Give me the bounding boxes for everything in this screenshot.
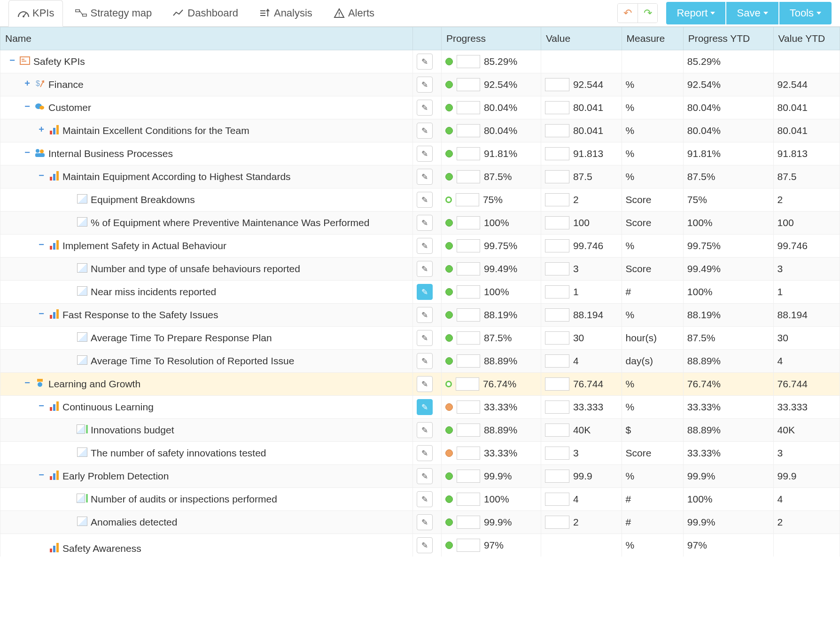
table-row[interactable]: Number and type of unsafe behaviours rep… <box>0 258 840 281</box>
table-row[interactable]: −Fast Response to the Safety Issues✎88.1… <box>0 304 840 327</box>
table-row[interactable]: −Safety KPIs✎85.29%85.29% <box>0 50 840 73</box>
table-row[interactable]: % of Equipment where Preventive Maintena… <box>0 212 840 235</box>
table-row[interactable]: −Learning and Growth✎76.74%76.744%76.74%… <box>0 373 840 396</box>
progress-input[interactable] <box>457 539 480 552</box>
table-row[interactable]: −Implement Safety in Actual Behaviour✎99… <box>0 235 840 258</box>
progress-input[interactable] <box>457 239 480 252</box>
edit-button[interactable]: ✎ <box>417 169 433 185</box>
value-input[interactable] <box>545 354 569 368</box>
tab-strategy-map[interactable]: Strategy map <box>67 0 160 26</box>
progress-input[interactable] <box>457 493 480 506</box>
collapse-icon[interactable]: − <box>37 401 46 410</box>
value-input[interactable] <box>545 193 569 206</box>
edit-button[interactable]: ✎ <box>417 261 433 277</box>
tab-analysis[interactable]: Analysis <box>250 0 321 26</box>
progress-input[interactable] <box>457 331 480 345</box>
edit-button[interactable]: ✎ <box>417 307 433 323</box>
column-header-progress[interactable]: Progress <box>441 27 541 50</box>
edit-button[interactable]: ✎ <box>417 123 433 139</box>
edit-button[interactable]: ✎ <box>417 353 433 369</box>
tab-dashboard[interactable]: Dashboard <box>164 0 247 26</box>
value-input[interactable] <box>545 285 569 298</box>
value-input[interactable] <box>545 78 569 91</box>
value-input[interactable] <box>545 377 569 391</box>
progress-input[interactable] <box>456 193 479 206</box>
collapse-icon[interactable]: − <box>23 378 31 387</box>
table-row[interactable]: −Early Problem Detection✎99.9%99.9%99.9%… <box>0 465 840 488</box>
progress-input[interactable] <box>457 516 480 529</box>
edit-button[interactable]: ✎ <box>417 330 433 346</box>
collapse-icon[interactable]: − <box>37 309 46 318</box>
edit-button[interactable]: ✎ <box>417 491 433 507</box>
value-input[interactable] <box>545 470 569 483</box>
value-input[interactable] <box>545 516 569 529</box>
edit-button[interactable]: ✎ <box>417 238 433 254</box>
value-input[interactable] <box>545 170 569 183</box>
column-header-value-ytd[interactable]: Value YTD <box>773 27 840 50</box>
collapse-icon[interactable]: − <box>8 56 16 64</box>
progress-input[interactable] <box>457 147 480 160</box>
collapse-icon[interactable]: − <box>37 471 46 479</box>
column-header-value[interactable]: Value <box>541 27 622 50</box>
progress-input[interactable] <box>457 78 480 91</box>
column-header-name[interactable]: Name <box>0 27 413 50</box>
edit-button[interactable]: ✎ <box>417 376 433 392</box>
report-button[interactable]: Report <box>666 2 725 24</box>
table-row[interactable]: Average Time To Prepare Response Plan✎87… <box>0 327 840 350</box>
table-row[interactable]: Equipment Breakdowns✎75%2Score75%2 <box>0 188 840 212</box>
progress-input[interactable] <box>456 377 479 391</box>
edit-button[interactable]: ✎ <box>417 215 433 231</box>
table-row[interactable]: +$Finance✎92.54%92.544%92.54%92.544 <box>0 73 840 96</box>
table-row[interactable]: Safety Awareness✎97%%97% <box>0 534 840 557</box>
edit-button[interactable]: ✎ <box>417 192 433 208</box>
progress-input[interactable] <box>457 170 480 183</box>
edit-button[interactable]: ✎ <box>417 537 433 553</box>
progress-input[interactable] <box>457 101 480 114</box>
progress-input[interactable] <box>457 216 480 229</box>
column-header-progress-ytd[interactable]: Progress YTD <box>683 27 773 50</box>
tab-alerts[interactable]: Alerts <box>325 0 383 26</box>
table-row[interactable]: Near miss incidents reported✎100%1#100%1 <box>0 281 840 304</box>
edit-button[interactable]: ✎ <box>417 54 433 70</box>
progress-input[interactable] <box>457 124 480 137</box>
value-input[interactable] <box>545 308 569 322</box>
edit-button[interactable]: ✎ <box>417 100 433 116</box>
progress-input[interactable] <box>457 354 480 368</box>
progress-input[interactable] <box>457 55 480 68</box>
redo-button[interactable]: ↷ <box>638 4 657 23</box>
edit-button[interactable]: ✎ <box>417 422 433 438</box>
tab-kpis[interactable]: KPIs <box>8 0 63 27</box>
progress-input[interactable] <box>457 400 480 414</box>
tools-button[interactable]: Tools <box>779 2 832 24</box>
collapse-icon[interactable]: − <box>37 171 46 180</box>
expand-icon[interactable]: + <box>37 125 46 133</box>
progress-input[interactable] <box>457 285 480 298</box>
column-header-measure[interactable]: Measure <box>622 27 683 50</box>
table-row[interactable]: Number of audits or inspections performe… <box>0 488 840 511</box>
value-input[interactable] <box>545 447 569 460</box>
table-row[interactable]: −Customer✎80.04%80.041%80.04%80.041 <box>0 96 840 119</box>
value-input[interactable] <box>545 331 569 345</box>
expand-icon[interactable]: + <box>23 79 31 87</box>
progress-input[interactable] <box>457 424 480 437</box>
table-row[interactable]: Anomalies detected✎99.9%2#99.9%2 <box>0 511 840 534</box>
value-input[interactable] <box>545 216 569 229</box>
edit-button[interactable]: ✎ <box>417 399 433 415</box>
table-row[interactable]: −Continuous Learning✎33.33%33.333%33.33%… <box>0 396 840 419</box>
table-row[interactable]: The number of safety innovations tested✎… <box>0 442 840 465</box>
progress-input[interactable] <box>457 447 480 460</box>
edit-button[interactable]: ✎ <box>417 514 433 530</box>
progress-input[interactable] <box>457 308 480 322</box>
value-input[interactable] <box>545 493 569 506</box>
table-row[interactable]: −Maintain Equipment According to Highest… <box>0 165 840 188</box>
collapse-icon[interactable]: − <box>23 102 31 110</box>
table-row[interactable]: −Internal Business Processes✎91.81%91.81… <box>0 142 840 165</box>
edit-button[interactable]: ✎ <box>417 146 433 162</box>
value-input[interactable] <box>545 101 569 114</box>
value-input[interactable] <box>545 400 569 414</box>
collapse-icon[interactable]: − <box>37 240 46 249</box>
collapse-icon[interactable]: − <box>23 148 31 157</box>
edit-button[interactable]: ✎ <box>417 445 433 461</box>
save-button[interactable]: Save <box>726 2 778 24</box>
edit-button[interactable]: ✎ <box>417 284 433 300</box>
